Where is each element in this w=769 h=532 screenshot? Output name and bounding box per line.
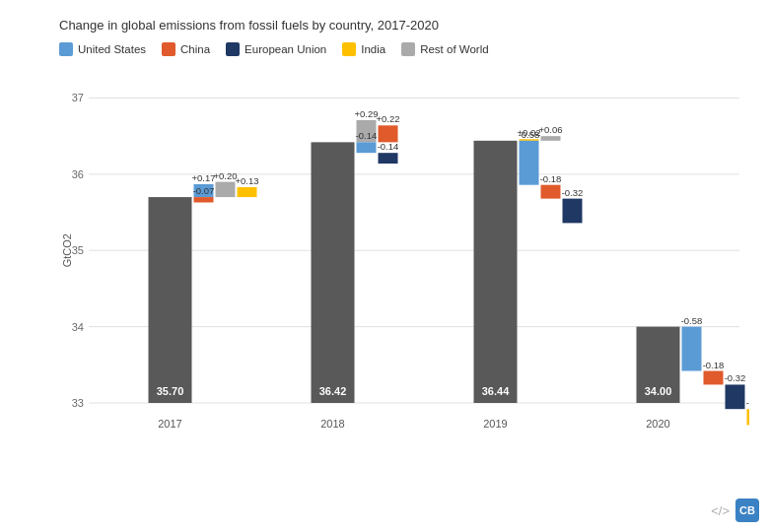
svg-text:-0.58: -0.58 <box>519 129 540 140</box>
svg-text:-0.21: -0.21 <box>746 397 749 408</box>
brand-icon: CB <box>735 499 759 522</box>
svg-text:34: 34 <box>72 321 84 333</box>
bar-2019-delta-pos-1 <box>541 136 561 141</box>
legend-item-row: Rest of World <box>401 42 488 56</box>
svg-text:GtCO2: GtCO2 <box>61 233 73 267</box>
svg-text:-0.07: -0.07 <box>193 185 215 196</box>
svg-text:2018: 2018 <box>320 418 344 430</box>
china-swatch <box>162 42 175 56</box>
legend-item-eu: European Union <box>226 42 326 56</box>
legend-label-china: China <box>180 43 210 55</box>
chart-title: Change in global emissions from fossil f… <box>59 18 749 33</box>
bar-2018-delta-neg-0 <box>357 142 377 153</box>
svg-text:-0.18: -0.18 <box>540 173 562 184</box>
legend-label-us: United States <box>78 43 146 55</box>
svg-text:+0.22: +0.22 <box>376 113 399 124</box>
legend-label-row: Rest of World <box>420 43 488 55</box>
svg-text:2019: 2019 <box>483 418 507 430</box>
us-swatch <box>59 42 73 56</box>
bar-2020-delta-neg-2 <box>726 384 745 409</box>
bar-2019-delta-neg-0 <box>520 141 539 185</box>
svg-text:36.42: 36.42 <box>319 385 347 397</box>
svg-text:-0.32: -0.32 <box>725 372 746 383</box>
svg-text:36: 36 <box>72 168 84 180</box>
legend: United States China European Union India… <box>59 42 749 56</box>
svg-text:35: 35 <box>72 244 84 256</box>
svg-text:-0.18: -0.18 <box>703 360 725 370</box>
bar-2019-delta-neg-2 <box>563 199 583 224</box>
bar-2019-base <box>474 141 518 403</box>
india-swatch <box>342 42 356 56</box>
svg-text:+0.13: +0.13 <box>235 175 258 186</box>
chart-container: Change in global emissions from fossil f… <box>0 0 769 532</box>
code-icon: </> <box>711 503 730 518</box>
svg-text:+0.17: +0.17 <box>191 172 215 183</box>
svg-text:-0.14: -0.14 <box>378 141 399 152</box>
bar-2017-delta-pos-1 <box>216 182 236 197</box>
svg-text:-0.14: -0.14 <box>356 130 378 141</box>
chart-svg-main: 3334353637GtCO235.702017+0.17+0.20+0.13-… <box>59 68 749 432</box>
watermark: </> CB <box>711 499 759 522</box>
bar-2018-delta-neg-1 <box>379 153 398 164</box>
legend-item-china: China <box>162 42 210 56</box>
row-swatch <box>401 42 415 56</box>
svg-text:+0.29: +0.29 <box>354 108 378 119</box>
svg-text:37: 37 <box>72 92 84 103</box>
legend-label-india: India <box>361 43 385 55</box>
svg-text:2020: 2020 <box>646 418 669 430</box>
bar-2019-delta-neg-1 <box>541 185 561 199</box>
legend-item-us: United States <box>59 42 146 56</box>
legend-label-eu: European Union <box>245 43 326 55</box>
svg-text:33: 33 <box>72 397 84 409</box>
svg-text:-0.58: -0.58 <box>681 315 703 326</box>
bar-2020-delta-neg-1 <box>704 371 724 385</box>
svg-text:+0.20: +0.20 <box>213 170 237 181</box>
svg-text:-0.32: -0.32 <box>562 187 584 198</box>
bar-2017-delta-pos-2 <box>238 187 257 197</box>
eu-swatch <box>226 42 240 56</box>
svg-text:2017: 2017 <box>158 418 181 430</box>
svg-text:35.70: 35.70 <box>157 385 184 397</box>
svg-text:34.00: 34.00 <box>645 385 672 397</box>
bar-2018-delta-pos-1 <box>379 125 398 142</box>
svg-text:36.44: 36.44 <box>482 385 510 397</box>
bar-2020-delta-neg-0 <box>682 327 702 371</box>
bar-2017-base <box>149 197 192 403</box>
bar-2017-delta-neg-0 <box>194 197 214 202</box>
legend-item-india: India <box>342 42 385 56</box>
bar-2018-base <box>312 142 355 403</box>
bar-2020-delta-neg-3 <box>747 409 750 425</box>
chart-area: 3334353637GtCO235.702017+0.17+0.20+0.13-… <box>59 68 749 432</box>
svg-text:+0.06: +0.06 <box>538 124 562 135</box>
